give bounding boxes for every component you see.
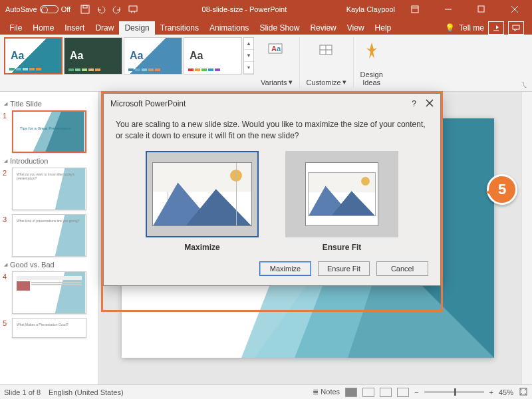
- status-bar: Slide 1 of 8 English (United States) ≣ N…: [0, 384, 532, 399]
- notes-button[interactable]: ≣ Notes: [313, 388, 340, 396]
- section-header[interactable]: Title Slide: [4, 100, 95, 108]
- zoom-level[interactable]: 45%: [499, 388, 513, 396]
- theme-label: Aa: [11, 46, 37, 66]
- themes-more-button[interactable]: ▲▼▾: [243, 37, 254, 74]
- design-ideas-group[interactable]: Design Ideas: [354, 37, 390, 88]
- slide-thumbnail-3[interactable]: What kind of presentations are you givin…: [12, 214, 86, 257]
- help-icon[interactable]: ?: [412, 99, 416, 108]
- tab-view[interactable]: View: [342, 21, 370, 35]
- tab-review[interactable]: Review: [305, 21, 341, 35]
- tab-design[interactable]: Design: [119, 21, 154, 35]
- slide-counter[interactable]: Slide 1 of 8: [4, 388, 41, 396]
- theme-thumb-3[interactable]: Aa: [124, 37, 182, 74]
- redo-icon[interactable]: [110, 3, 124, 16]
- ensurefit-button[interactable]: Ensure Fit: [318, 261, 370, 276]
- slideshow-view-icon[interactable]: [397, 388, 409, 397]
- collapse-ribbon-icon[interactable]: ㄟ: [521, 80, 528, 90]
- chevron-down-icon: ▾: [342, 78, 346, 86]
- slide-thumbnail-5[interactable]: What Makes a Presentation Good?: [12, 318, 86, 338]
- theme-label: Aa: [190, 46, 216, 66]
- customize-icon: [317, 37, 336, 64]
- scale-dialog: Microsoft PowerPoint ? You are scaling t…: [103, 93, 441, 286]
- tab-draw[interactable]: Draw: [90, 21, 119, 35]
- slide-number: 5: [3, 318, 9, 327]
- svg-rect-2: [129, 6, 137, 11]
- tab-file[interactable]: File: [4, 21, 27, 35]
- slide-thumbnail-2[interactable]: What do you want to know after today's p…: [12, 168, 86, 210]
- variants-icon: Aa: [267, 37, 286, 64]
- fit-window-icon[interactable]: [519, 387, 528, 398]
- window-title: 08-slide-size - PowerPoint: [142, 5, 346, 13]
- share-button[interactable]: [488, 21, 504, 35]
- undo-icon[interactable]: [94, 3, 108, 16]
- ribbon-options-icon[interactable]: [402, 0, 428, 19]
- option-maximize[interactable]: Maximize: [146, 151, 259, 252]
- reading-view-icon[interactable]: [380, 388, 392, 397]
- tab-animations[interactable]: Animations: [204, 21, 254, 35]
- title-bar: AutoSave Off 08-slide-size - PowerPoint …: [0, 0, 532, 19]
- tellme-input[interactable]: Tell me: [459, 23, 484, 33]
- cancel-button[interactable]: Cancel: [376, 261, 428, 276]
- autosave-label: AutoSave: [5, 5, 37, 13]
- option-ensurefit-label: Ensure Fit: [323, 243, 362, 252]
- slide-number: 4: [3, 271, 9, 281]
- save-icon[interactable]: [78, 3, 92, 16]
- variants-group[interactable]: Aa Variants▾: [254, 37, 300, 88]
- quick-access-toolbar: [76, 3, 142, 16]
- maximize-button[interactable]: Maximize: [259, 261, 311, 276]
- option-ensurefit[interactable]: Ensure Fit: [285, 151, 398, 252]
- theme-thumb-2[interactable]: Aa: [64, 37, 122, 74]
- close-icon[interactable]: [426, 99, 434, 109]
- tab-home[interactable]: Home: [27, 21, 59, 35]
- ribbon-tabs: File Home Insert Draw Design Transitions…: [0, 19, 532, 35]
- theme-thumb-4[interactable]: Aa: [184, 37, 242, 74]
- variants-label: Variants: [261, 78, 287, 86]
- zoom-in-icon[interactable]: +: [489, 388, 493, 396]
- svg-rect-30: [153, 163, 251, 192]
- svg-rect-1: [83, 5, 87, 8]
- section-header[interactable]: Introduction: [4, 157, 95, 165]
- ribbon: Aa Aa Aa Aa ▲▼▾ Aa Variants▾ Customize▾ …: [0, 35, 532, 92]
- slide-thumbnail-4[interactable]: [12, 271, 86, 314]
- sorter-view-icon[interactable]: [362, 388, 374, 397]
- tellme-icon: 💡: [445, 23, 455, 33]
- dialog-titlebar: Microsoft PowerPoint ?: [104, 94, 440, 114]
- tab-transitions[interactable]: Transitions: [155, 21, 204, 35]
- theme-label: Aa: [70, 46, 96, 66]
- zoom-out-icon[interactable]: −: [414, 388, 418, 396]
- slide-number: 3: [3, 214, 9, 223]
- start-slideshow-icon[interactable]: [126, 3, 140, 16]
- autosave-toggle[interactable]: AutoSave Off: [0, 5, 76, 13]
- customize-label: Customize: [307, 78, 341, 86]
- tutorial-step-badge: 5: [487, 174, 517, 205]
- dialog-message: You are scaling to a new slide size. Wou…: [116, 119, 428, 142]
- dialog-title: Microsoft PowerPoint: [110, 99, 186, 108]
- vertical-scrollbar[interactable]: [521, 92, 532, 384]
- customize-group[interactable]: Customize▾: [300, 37, 354, 88]
- comments-button[interactable]: [508, 21, 524, 35]
- tab-insert[interactable]: Insert: [59, 21, 90, 35]
- language-status[interactable]: English (United States): [49, 388, 124, 396]
- themes-gallery: Aa Aa Aa Aa ▲▼▾: [4, 37, 254, 91]
- section-header[interactable]: Good vs. Bad: [4, 261, 95, 269]
- design-ideas-label: Design Ideas: [360, 70, 383, 86]
- svg-rect-12: [513, 25, 519, 29]
- maximize-button[interactable]: [468, 0, 495, 19]
- svg-rect-0: [81, 5, 89, 13]
- user-name[interactable]: Kayla Claypool: [346, 5, 395, 13]
- theme-thumb-1[interactable]: Aa: [4, 37, 63, 74]
- close-button[interactable]: [501, 0, 528, 19]
- option-maximize-label: Maximize: [184, 243, 219, 252]
- slide-number: 2: [3, 168, 9, 177]
- theme-label: Aa: [130, 46, 156, 66]
- svg-text:a: a: [277, 45, 281, 53]
- autosave-state: Off: [61, 5, 70, 13]
- tab-help[interactable]: Help: [370, 21, 397, 35]
- slide-thumbnail-1[interactable]: Tips for a Great Presentation: [12, 110, 86, 153]
- zoom-slider[interactable]: [424, 391, 484, 393]
- svg-rect-5: [412, 6, 418, 13]
- tab-slideshow[interactable]: Slide Show: [254, 21, 305, 35]
- minimize-button[interactable]: [435, 0, 462, 19]
- design-ideas-icon: [364, 37, 380, 64]
- normal-view-icon[interactable]: [345, 388, 357, 397]
